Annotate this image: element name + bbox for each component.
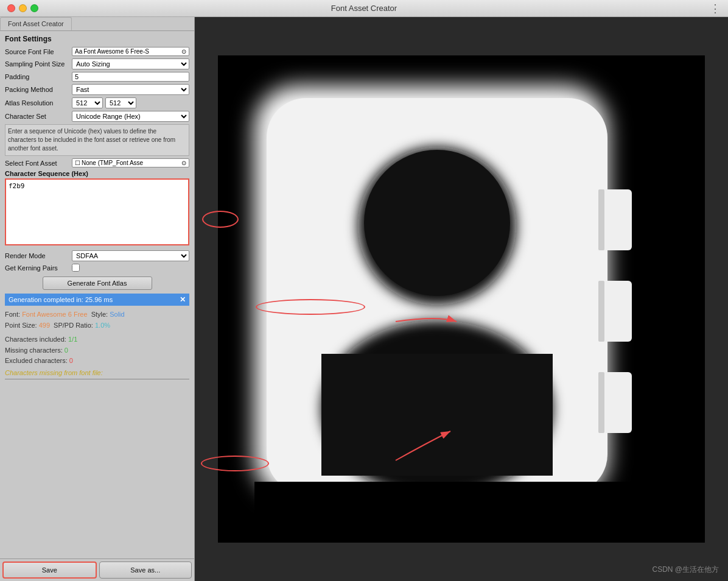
- source-font-label: Source Font File: [5, 48, 72, 55]
- excluded-chars: 0: [69, 357, 73, 364]
- character-set-select[interactable]: Unicode Range (Hex)ASCIIExtended ASCII: [72, 111, 189, 122]
- svg-rect-11: [598, 189, 604, 250]
- font-info-missing: Missing characters: 0: [5, 345, 189, 356]
- packing-value: FastOptimum: [72, 84, 189, 95]
- generation-status-bar: Generation completed in: 25.96 ms ✕: [5, 294, 189, 306]
- svg-rect-13: [598, 372, 604, 433]
- atlas-resolution-row: Atlas Resolution 12825651210242048 12825…: [5, 97, 189, 108]
- save-as-button[interactable]: Save as...: [99, 562, 192, 579]
- render-mode-select[interactable]: SDFAASMOOTHRASTER: [72, 250, 189, 261]
- save-button[interactable]: Save: [2, 562, 97, 579]
- padding-row: Padding: [5, 72, 189, 82]
- point-size: 499: [39, 322, 50, 329]
- svg-point-4: [364, 150, 510, 296]
- kerning-checkbox[interactable]: [72, 264, 80, 272]
- packing-method-row: Packing Method FastOptimum: [5, 84, 189, 95]
- minimize-button[interactable]: [19, 4, 27, 12]
- atlas-height-select[interactable]: 12825651210242048: [105, 97, 136, 108]
- panel-content: Font Settings Source Font File Aa Font A…: [0, 31, 194, 558]
- kerning-row: Get Kerning Pairs: [5, 264, 189, 272]
- atlas-width-select[interactable]: 12825651210242048: [72, 97, 103, 108]
- left-panel: Font Asset Creator Font Settings Source …: [0, 17, 195, 581]
- sampling-point-size-row: Sampling Point Size Auto Sizing 12243648…: [5, 58, 189, 69]
- status-close-button[interactable]: ✕: [180, 295, 186, 304]
- character-set-row: Character Set Unicode Range (Hex)ASCIIEx…: [5, 111, 189, 122]
- maximize-button[interactable]: [30, 4, 38, 12]
- chars-included: 1/1: [68, 336, 77, 343]
- packing-label: Packing Method: [5, 86, 72, 93]
- character-set-value: Unicode Range (Hex)ASCIIExtended ASCII: [72, 111, 189, 122]
- description-box: Enter a sequence of Unicode (hex) values…: [5, 124, 189, 156]
- sp-pd-ratio: 1.0%: [95, 322, 110, 329]
- select-font-asset-value: ☐ None (TMP_Font Asse ⊙: [72, 158, 189, 167]
- chars-missing-label: Characters missing from font file:: [5, 369, 189, 376]
- svg-rect-7: [254, 482, 644, 530]
- source-font-row: Source Font File Aa Font Awesome 6 Free-…: [5, 47, 189, 56]
- more-options-icon[interactable]: ⋮: [710, 2, 721, 15]
- separator-line: [5, 379, 189, 379]
- window-title: Font Asset Creator: [331, 4, 397, 13]
- render-mode-row: Render Mode SDFAASMOOTHRASTER: [5, 250, 189, 261]
- tab-bar: Font Asset Creator: [0, 17, 194, 31]
- atlas-resolution-values: 12825651210242048 12825651210242048: [72, 97, 189, 108]
- source-font-text: Font Awesome 6 Free-S: [83, 48, 149, 55]
- font-name: Font Awesome 6 Free: [22, 311, 87, 318]
- sampling-select[interactable]: Auto Sizing 1224364872: [72, 58, 189, 69]
- packing-select[interactable]: FastOptimum: [72, 84, 189, 95]
- source-font-value-container: Aa Font Awesome 6 Free-S ⊙: [72, 47, 189, 56]
- select-font-asset-label: Select Font Asset: [5, 160, 72, 167]
- watermark: CSDN @生活在他方: [652, 565, 719, 575]
- source-font-circle-icon: ⊙: [181, 48, 186, 55]
- svg-rect-12: [598, 281, 604, 342]
- sampling-label: Sampling Point Size: [5, 60, 72, 68]
- padding-input[interactable]: [72, 72, 189, 82]
- right-panel: CSDN @生活在他方: [195, 17, 728, 581]
- font-info-line1: Font: Font Awesome 6 Free Style: Solid: [5, 309, 189, 320]
- preview-area: [195, 17, 728, 581]
- font-settings-title: Font Settings: [5, 35, 189, 43]
- window-controls: [7, 4, 38, 12]
- missing-chars: 0: [65, 347, 68, 354]
- font-info: Font: Font Awesome 6 Free Style: Solid P…: [5, 309, 189, 367]
- title-bar: Font Asset Creator ⋮: [0, 0, 728, 17]
- font-style: Solid: [110, 311, 124, 318]
- kerning-label: Get Kerning Pairs: [5, 264, 72, 272]
- select-font-asset-input[interactable]: ☐ None (TMP_Font Asse ⊙: [72, 158, 189, 167]
- render-mode-label: Render Mode: [5, 252, 72, 259]
- font-info-line2: Point Size: 499 SP/PD Ratio: 1.0%: [5, 320, 189, 331]
- font-asset-creator-tab[interactable]: Font Asset Creator: [0, 17, 72, 30]
- char-sequence-textarea[interactable]: f2b9: [5, 178, 189, 245]
- font-icon: Aa: [75, 48, 82, 55]
- generate-font-atlas-button[interactable]: Generate Font Atlas: [43, 276, 152, 290]
- atlas-resolution-label: Atlas Resolution: [5, 99, 72, 107]
- svg-rect-6: [321, 354, 553, 476]
- padding-label: Padding: [5, 73, 72, 80]
- source-font-value[interactable]: Aa Font Awesome 6 Free-S ⊙: [72, 47, 189, 56]
- font-info-excluded: Excluded characters: 0: [5, 356, 189, 367]
- char-sequence-label: Character Sequence (Hex): [5, 170, 189, 177]
- font-info-chars-included: Characters included: 1/1: [5, 334, 189, 345]
- bottom-buttons: Save Save as...: [0, 558, 194, 581]
- sampling-value: Auto Sizing 1224364872: [72, 58, 189, 69]
- checkbox-none: ☐: [75, 160, 80, 166]
- character-set-label: Character Set: [5, 113, 72, 120]
- generation-status-text: Generation completed in: 25.96 ms: [9, 296, 113, 303]
- padding-value: [72, 72, 189, 82]
- select-font-asset-row: Select Font Asset ☐ None (TMP_Font Asse …: [5, 158, 189, 167]
- main-container: Font Asset Creator Font Settings Source …: [0, 17, 728, 581]
- close-button[interactable]: [7, 4, 15, 12]
- select-font-asset-text: None (TMP_Font Asse: [82, 160, 143, 166]
- select-font-circle-icon: ⊙: [181, 160, 186, 166]
- font-atlas-preview: [218, 55, 705, 543]
